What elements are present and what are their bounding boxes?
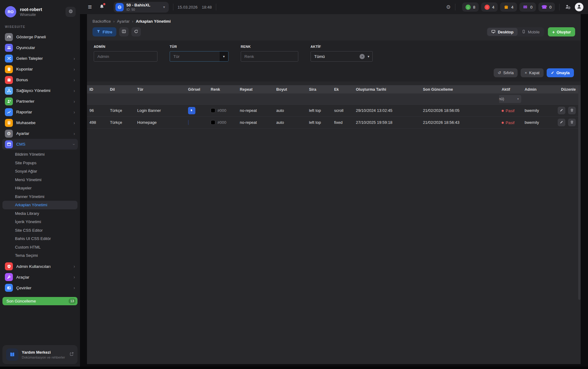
submenu-sosyal-aglar[interactable]: Sosyal Ağlar [2, 167, 77, 176]
submenu-bahis-ui-css-editor[interactable]: Bahis UI CSS Editör [2, 234, 77, 243]
col-dil[interactable]: Dil [107, 85, 135, 93]
caret-down-icon: ▾ [517, 97, 519, 101]
chevron-right-icon: › [74, 78, 75, 82]
tur-filter-select[interactable]: Tür ▾ [170, 51, 228, 62]
table-scrollbar[interactable] [578, 85, 581, 300]
menu-toggle-button[interactable]: ≡ [88, 4, 92, 10]
create-button[interactable]: + Oluştur [548, 27, 575, 36]
user-name: root-robert [20, 7, 42, 12]
banner-thumbnail[interactable] [188, 107, 195, 114]
submenu-arkaplan-yonetimi[interactable]: Arkaplan Yönetimi [2, 201, 77, 209]
bonus-badge[interactable]: 4 [500, 2, 517, 12]
col-gorsel[interactable]: Görsel [186, 85, 208, 93]
sidebar-item-gosterge-paneli[interactable]: Gösterge Paneli [2, 32, 78, 42]
calls-badge[interactable]: ☎ 0 [538, 2, 555, 12]
apply-button[interactable]: ✓ Onayla [547, 68, 574, 77]
notifications-button[interactable] [99, 4, 104, 10]
submenu-custom-html[interactable]: Custom HTML [2, 243, 77, 252]
submenu-menu-yonetimi[interactable]: Menü Yönetimi [2, 176, 77, 184]
col-boyut[interactable]: Boyut [274, 85, 307, 93]
col-renk[interactable]: Renk [208, 85, 237, 93]
col-id[interactable]: ID [87, 85, 107, 93]
refresh-button[interactable] [131, 27, 141, 36]
col-son-guncelleme[interactable]: Son Güncelleme [420, 85, 499, 93]
submenu-tema-secimi[interactable]: Tema Seçimi [2, 251, 77, 260]
notification-dot [103, 3, 105, 5]
help-center-card[interactable]: Yardım Merkezi Dokümantasyon ve rehberle… [2, 345, 77, 364]
clear-icon[interactable]: × [360, 54, 365, 59]
sidebar-item-cms[interactable]: CMS › [2, 139, 78, 150]
sidebar-item-kuponlar[interactable]: Kuponlar › [2, 64, 78, 74]
table-header-row: ID Dil Tür Görsel Renk Repeat Boyut Sira… [87, 85, 581, 93]
tools-icon [5, 273, 13, 281]
aktif-filter-select[interactable]: Tümü × ▾ [311, 51, 373, 62]
table-filter-row: (Tümü) ▾ [87, 93, 581, 105]
submenu-icerik-yonetimi[interactable]: İçerik Yönetimi [2, 218, 77, 226]
table-row[interactable]: 96 Türkçe Login Banner #000 no-repeat au… [87, 105, 581, 116]
delete-button[interactable] [568, 107, 576, 114]
submenu-media-library[interactable]: Media Library [2, 209, 77, 218]
status-badge: Pasif [502, 120, 514, 125]
submenu-site-popups[interactable]: Site Popups [2, 159, 77, 167]
col-aktif[interactable]: Aktif [499, 85, 522, 93]
submenu-bildirim-yonetimi[interactable]: Bildirim Yönetimi [2, 150, 77, 159]
reset-button[interactable]: ↺ Sıfırla [494, 68, 518, 77]
sidebar-item-saglayici-yonetimi[interactable]: Sağlayıcı Yönetimi › [2, 85, 78, 96]
arrow-down-circle-icon: ↓ [466, 5, 471, 10]
col-duzenle[interactable]: Düzenle [548, 85, 581, 93]
sidebar-item-araclar[interactable]: Araçlar › [2, 272, 78, 283]
mobile-icon [522, 29, 526, 35]
caret-down-icon: ▾ [220, 51, 228, 61]
language-button[interactable] [66, 7, 76, 17]
sidebar-item-raporlar[interactable]: Raporlar › [2, 107, 78, 117]
sidebar-item-muhasebe[interactable]: Muhasebe › [2, 117, 78, 128]
sidebar-item-gelen-talepler[interactable]: Gelen Talepler › [2, 53, 78, 64]
profile-avatar-button[interactable] [575, 3, 583, 11]
session-history-button[interactable] [565, 4, 571, 10]
caret-down-icon: ▾ [157, 5, 165, 9]
sidebar-item-bonus[interactable]: Bonus › [2, 74, 78, 85]
edit-button[interactable] [558, 119, 565, 126]
admin-filter-input[interactable] [94, 54, 157, 59]
deposits-badge[interactable]: ↓ 8 [462, 2, 479, 12]
col-admin[interactable]: Admin [522, 85, 548, 93]
submenu-banner-yonetimi[interactable]: Banner Yönetimi [2, 192, 77, 201]
site-id: ID: 50 [126, 8, 150, 11]
breadcrumb-backoffice[interactable]: Backoffice [92, 19, 111, 24]
filter-button[interactable]: Filtre [92, 27, 116, 36]
table-row[interactable]: 498 Türkçe Homepage #000 no-repeat auto … [87, 116, 581, 128]
aktif-column-filter[interactable]: (Tümü) ▾ [499, 95, 521, 103]
withdrawals-badge[interactable]: ↑ 4 [481, 2, 498, 12]
col-repeat[interactable]: Repeat [237, 85, 274, 93]
sidebar-item-ceviriler[interactable]: A Çeviriler › [2, 283, 78, 293]
close-button[interactable]: × Kapat [521, 68, 544, 77]
sidebar-item-oyuncular[interactable]: Oyuncular [2, 42, 78, 53]
columns-button[interactable] [119, 27, 129, 36]
renk-filter-input[interactable] [241, 54, 298, 59]
submenu-hikayeler[interactable]: Hikayeler [2, 184, 77, 192]
sidebar-item-admin-kullanicilari[interactable]: Admin Kullanıcıları › [2, 261, 78, 272]
sidebar-item-partnerler[interactable]: Partnerler › [2, 96, 78, 107]
sidebar-item-ayarlar[interactable]: ⚙ Ayarlar › [2, 128, 78, 139]
delete-button[interactable] [568, 119, 576, 126]
submenu-site-css-editor[interactable]: Site CSS Editor [2, 226, 77, 235]
mobile-toggle[interactable]: Mobile [518, 28, 544, 36]
plus-icon: + [552, 29, 555, 35]
user-account[interactable]: RO root-robert Wisesuite [0, 0, 80, 19]
settings-button[interactable]: ⚙ [446, 4, 451, 10]
last-update-banner[interactable]: Son Güncelleme 13 [2, 297, 77, 305]
banner-thumbnail[interactable] [188, 120, 189, 125]
col-ek[interactable]: Ek [332, 85, 353, 93]
check-icon: ✓ [551, 70, 554, 75]
gear-icon: ⚙ [446, 4, 451, 10]
messages-badge[interactable]: ✉ 0 [519, 2, 536, 12]
chevron-right-icon: › [74, 67, 75, 71]
providers-icon [5, 87, 13, 95]
breadcrumb-ayarlar[interactable]: Ayarlar [117, 19, 130, 24]
desktop-toggle[interactable]: Desktop [487, 28, 517, 36]
col-sira[interactable]: Sira [307, 85, 332, 93]
edit-button[interactable] [558, 107, 565, 114]
col-tur[interactable]: Tür [135, 85, 186, 93]
col-olusturma-tarihi[interactable]: Oluşturma Tarihi [353, 85, 420, 93]
site-selector[interactable]: 50 - BahisXL ID: 50 ▾ [114, 2, 169, 13]
